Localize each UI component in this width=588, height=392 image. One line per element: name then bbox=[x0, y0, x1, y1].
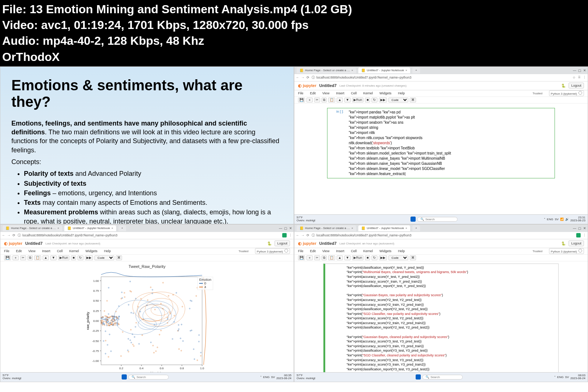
command-palette-icon[interactable]: ⌘ bbox=[116, 255, 122, 260]
command-palette-icon[interactable]: ⌘ bbox=[410, 98, 416, 102]
add-cell-icon[interactable]: ＋ bbox=[306, 98, 313, 102]
start-icon[interactable] bbox=[416, 374, 421, 380]
menu-icon[interactable]: ⋮ bbox=[582, 233, 586, 237]
window-close-icon[interactable]: ✕ bbox=[583, 226, 587, 230]
window-min-icon[interactable]: — bbox=[573, 226, 577, 230]
menu-edit[interactable]: Edit bbox=[16, 249, 22, 253]
reload-icon[interactable]: ⟳ bbox=[12, 233, 16, 237]
ext-badge[interactable] bbox=[576, 233, 581, 237]
run-button[interactable]: ▶ Run bbox=[352, 98, 364, 102]
menu-file[interactable]: File bbox=[298, 91, 304, 95]
stop-icon[interactable]: ■ bbox=[365, 255, 370, 260]
weather-widget[interactable]: 57°F Overv. molnigt bbox=[294, 374, 327, 380]
logout-button[interactable]: Logout bbox=[569, 240, 584, 246]
system-tray[interactable]: ˄ ENG SV 08:03 2023-08-24 bbox=[552, 374, 588, 380]
tab-home[interactable]: Home Page - Select or create a …× bbox=[3, 225, 62, 231]
save-icon[interactable]: 💾 bbox=[298, 98, 305, 102]
new-tab-button[interactable]: + bbox=[118, 225, 126, 231]
menu-view[interactable]: View bbox=[322, 91, 329, 95]
move-down-icon[interactable]: ▼ bbox=[50, 255, 57, 260]
fast-forward-icon[interactable]: ▶▶ bbox=[85, 255, 93, 260]
paste-icon[interactable]: 📋 bbox=[34, 255, 41, 260]
stop-icon[interactable]: ■ bbox=[365, 98, 370, 102]
fast-forward-icon[interactable]: ▶▶ bbox=[379, 255, 387, 260]
menu-icon[interactable]: ⋮ bbox=[582, 76, 586, 79]
back-icon[interactable]: ← bbox=[2, 233, 6, 237]
forward-icon[interactable]: → bbox=[301, 233, 305, 237]
notebook-body-b[interactable]: In [ ]: "kw">import pandas "kw">as pd "k… bbox=[294, 104, 588, 224]
taskbar-search[interactable]: 🔍Search bbox=[417, 217, 458, 222]
notebook-title[interactable]: Untitled7 bbox=[319, 241, 337, 246]
window-min-icon[interactable]: — bbox=[279, 226, 283, 230]
jupyter-logo[interactable]: ◐ jupyter bbox=[298, 241, 316, 246]
window-max-icon[interactable]: ▢ bbox=[578, 226, 582, 230]
tab-notebook[interactable]: Untitled7 - Jupyter Notebook× bbox=[358, 68, 410, 73]
reload-icon[interactable]: ⟳ bbox=[306, 233, 310, 237]
add-cell-icon[interactable]: ＋ bbox=[306, 255, 313, 260]
notebook-body-c[interactable]: Tweet_Raw_Polarity 0.20.40.60.81.0-1.00-… bbox=[0, 261, 294, 382]
back-icon[interactable]: ← bbox=[296, 76, 300, 79]
menu-kernel[interactable]: Kernel bbox=[363, 249, 373, 253]
command-palette-icon[interactable]: ⌘ bbox=[410, 255, 416, 260]
move-up-icon[interactable]: ▲ bbox=[337, 255, 343, 260]
close-icon[interactable]: × bbox=[405, 226, 407, 230]
trusted-label[interactable]: Trusted bbox=[533, 92, 542, 95]
trusted-label[interactable]: Trusted bbox=[239, 250, 248, 253]
chevron-up-icon[interactable]: ˄ bbox=[544, 218, 545, 221]
start-icon[interactable] bbox=[122, 374, 127, 380]
star-icon[interactable]: ☆ bbox=[572, 76, 576, 79]
close-icon[interactable]: × bbox=[351, 226, 353, 230]
new-tab-button[interactable]: + bbox=[412, 68, 420, 73]
cut-icon[interactable]: ✂ bbox=[314, 98, 320, 102]
tab-home[interactable]: Home Page - Select or create a …× bbox=[297, 68, 356, 73]
menu-file[interactable]: File bbox=[4, 249, 10, 253]
cut-icon[interactable]: ✂ bbox=[314, 255, 320, 260]
menu-edit[interactable]: Edit bbox=[310, 91, 316, 95]
run-button[interactable]: ▶ Run bbox=[58, 255, 70, 260]
restart-icon[interactable]: ↻ bbox=[78, 255, 83, 260]
notebook-title[interactable]: Untitled7 bbox=[319, 83, 337, 88]
save-icon[interactable]: 💾 bbox=[298, 255, 305, 260]
ext-badge[interactable] bbox=[282, 233, 287, 237]
celltype-select[interactable]: Code bbox=[94, 255, 114, 260]
taskbar-search[interactable]: 🔍Search bbox=[422, 375, 463, 380]
move-up-icon[interactable]: ▲ bbox=[337, 98, 343, 102]
forward-icon[interactable]: → bbox=[301, 76, 305, 79]
url[interactable]: localhost:8889/notebooks/Untitled7.ipynb… bbox=[316, 76, 571, 79]
jupyter-logo[interactable]: ◐ jupyter bbox=[298, 83, 316, 88]
kernel-indicator[interactable]: Python 3 (ipykernel) bbox=[255, 248, 290, 254]
kernel-indicator[interactable]: Python 3 (ipykernel) bbox=[549, 248, 584, 254]
copy-icon[interactable]: ⧉ bbox=[28, 255, 33, 260]
tray-kb[interactable]: SV bbox=[271, 375, 275, 379]
close-icon[interactable]: × bbox=[405, 69, 407, 72]
menu-insert[interactable]: Insert bbox=[336, 91, 344, 95]
move-down-icon[interactable]: ▼ bbox=[344, 98, 351, 102]
back-icon[interactable]: ← bbox=[296, 233, 300, 237]
menu-widgets[interactable]: Widgets bbox=[379, 91, 391, 95]
menu-cell[interactable]: Cell bbox=[351, 249, 357, 253]
celltype-select[interactable]: Code bbox=[388, 255, 408, 260]
save-icon[interactable]: 💾 bbox=[4, 255, 11, 260]
window-max-icon[interactable]: ▢ bbox=[578, 69, 582, 72]
menu-cell[interactable]: Cell bbox=[57, 249, 63, 253]
kernel-indicator[interactable]: Python 3 (ipykernel) bbox=[549, 90, 584, 96]
weather-widget[interactable]: 57°F Overv. molnigt bbox=[294, 216, 327, 222]
tray-kb[interactable]: SV bbox=[555, 218, 559, 221]
jupyter-logo[interactable]: ◐ jupyter bbox=[4, 241, 22, 246]
paste-icon[interactable]: 📋 bbox=[328, 255, 335, 260]
restart-icon[interactable]: ↻ bbox=[372, 98, 377, 102]
chevron-up-icon[interactable]: ˄ bbox=[260, 375, 262, 379]
code-content[interactable]: "kw">import pandas "kw">as pd "kw">impor… bbox=[346, 108, 555, 178]
system-tray[interactable]: ˄ ENG SV 00:35 2023-08-24 bbox=[258, 374, 294, 380]
tab-notebook[interactable]: Untitled7 - Jupyter Notebook× bbox=[64, 225, 116, 231]
menu-widgets[interactable]: Widgets bbox=[85, 249, 97, 253]
copy-icon[interactable]: ⧉ bbox=[322, 255, 327, 260]
menu-view[interactable]: View bbox=[28, 249, 35, 253]
forward-icon[interactable]: → bbox=[7, 233, 11, 237]
stop-icon[interactable]: ■ bbox=[71, 255, 76, 260]
copy-icon[interactable]: ⧉ bbox=[322, 98, 327, 102]
fast-forward-icon[interactable]: ▶▶ bbox=[379, 98, 387, 102]
weather-widget[interactable]: 57°F Overv. molnigt bbox=[0, 374, 33, 380]
info-icon[interactable]: ⓘ bbox=[311, 76, 315, 79]
menu-help[interactable]: Help bbox=[104, 249, 111, 253]
